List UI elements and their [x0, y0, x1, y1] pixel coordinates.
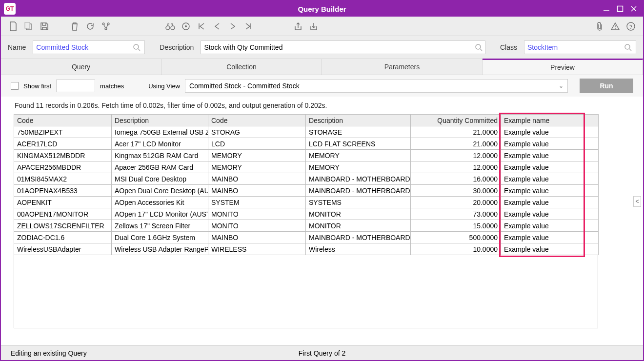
minimize-button[interactable] — [603, 5, 610, 12]
preview-controls: Show first matches Using View Committed … — [1, 75, 643, 97]
tab-preview[interactable]: Preview — [483, 59, 643, 75]
results-table: CodeDescriptionCodeDescriptionQuantity C… — [14, 114, 599, 255]
table-cell: Example value — [501, 232, 584, 243]
view-select[interactable]: Committed Stock - Committed Stock ⌄ — [185, 79, 568, 93]
table-cell: MEMORY — [306, 161, 411, 173]
table-cell: KINGMAX512MBDDR — [14, 150, 112, 161]
column-header[interactable]: Quantity Committed — [411, 115, 501, 126]
header-form: Name Description Class — [1, 36, 643, 59]
table-cell: 10.0000 — [411, 243, 501, 255]
tab-collection[interactable]: Collection — [161, 59, 322, 75]
description-input[interactable] — [201, 41, 473, 54]
table-cell: AOPENKIT — [14, 197, 112, 208]
name-label: Name — [8, 43, 26, 51]
view-select-value: Committed Stock - Committed Stock — [189, 82, 300, 90]
status-bar: Editing an existing Query First Query of… — [1, 345, 643, 360]
table-cell: 750MBZIPEXT — [14, 126, 112, 138]
table-cell: Example value — [501, 126, 584, 138]
maximize-button[interactable] — [617, 5, 624, 12]
svg-point-8 — [105, 28, 107, 30]
table-cell: Example value — [501, 161, 584, 173]
table-cell — [584, 208, 599, 220]
tab-parameters[interactable]: Parameters — [322, 59, 483, 75]
save-icon[interactable] — [39, 21, 50, 32]
search-icon[interactable] — [131, 41, 142, 54]
table-cell: AOpen 17" LCD Monitor (AUST) — [112, 208, 208, 220]
table-cell: STORAG — [208, 126, 306, 138]
chevron-down-icon: ⌄ — [559, 82, 564, 89]
table-blank-area — [14, 255, 598, 328]
main-toolbar — [1, 17, 643, 36]
table-cell — [584, 232, 599, 243]
table-cell: 21.0000 — [411, 138, 501, 150]
table-row[interactable]: ZODIAC-DC1.6Dual Core 1.6GHz SystemMAINB… — [14, 232, 599, 243]
table-row[interactable]: APACER256MBDDRApacer 256GB RAM CardMEMOR… — [14, 161, 599, 173]
table-row[interactable]: 01AOPENAX4B533AOpen Dual Core Desktop (A… — [14, 185, 599, 197]
tab-bar: Query Collection Parameters Preview — [1, 59, 643, 75]
using-view-label: Using View — [148, 82, 180, 90]
table-cell: 21.0000 — [411, 126, 501, 138]
table-cell: MONITOR — [306, 220, 411, 232]
svg-rect-1 — [618, 6, 623, 12]
close-button[interactable] — [630, 5, 637, 12]
table-cell: ZELLOWS17SCRENFILTER — [14, 220, 112, 232]
target-icon[interactable] — [181, 21, 191, 32]
table-cell: Example value — [501, 150, 584, 161]
table-row[interactable]: ACER17LCDAcer 17" LCD MonitorLCDLCD FLAT… — [14, 138, 599, 150]
table-cell — [584, 150, 599, 161]
column-header[interactable]: Code — [14, 115, 112, 126]
branch-icon[interactable] — [101, 21, 111, 32]
class-input[interactable] — [524, 41, 622, 54]
prev-icon[interactable] — [212, 21, 222, 32]
binoculars-icon[interactable] — [165, 21, 176, 32]
show-first-input[interactable] — [56, 80, 95, 92]
export-icon[interactable] — [293, 21, 303, 32]
table-row[interactable]: WirelessUSBAdapterWireless USB Adapter R… — [14, 243, 599, 255]
name-input[interactable] — [33, 41, 131, 54]
table-cell: MAINBOARD - MOTHERBOARD — [306, 173, 411, 185]
svg-point-6 — [102, 23, 104, 25]
table-row[interactable]: AOPENKITAOpen Accessories KitSYSTEMSYSTE… — [14, 197, 599, 208]
show-first-checkbox[interactable] — [11, 82, 19, 90]
last-icon[interactable] — [243, 21, 254, 32]
delete-icon[interactable] — [69, 21, 80, 32]
table-cell: MEMORY — [306, 150, 411, 161]
table-cell: Example value — [501, 138, 584, 150]
copy-icon[interactable] — [23, 21, 34, 32]
table-row[interactable]: 01MSI845MAX2MSI Dual Core DesktopMAINBOM… — [14, 173, 599, 185]
refresh-icon[interactable] — [85, 21, 96, 32]
table-row[interactable]: ZELLOWS17SCRENFILTERZellows 17" Screen F… — [14, 220, 599, 232]
table-cell: MONITO — [208, 208, 306, 220]
table-cell: SYSTEMS — [306, 197, 411, 208]
column-header[interactable]: Code — [208, 115, 306, 126]
svg-rect-5 — [25, 22, 30, 28]
table-cell: Acer 17" LCD Monitor — [112, 138, 208, 150]
tab-query[interactable]: Query — [1, 59, 161, 75]
attachment-icon[interactable] — [594, 21, 605, 32]
title-bar: GT Query Builder — [1, 1, 643, 17]
column-header[interactable]: Description — [112, 115, 208, 126]
table-cell: Wireless — [306, 243, 411, 255]
run-button[interactable]: Run — [580, 79, 633, 93]
search-icon[interactable] — [622, 41, 634, 54]
warning-icon[interactable] — [610, 21, 621, 32]
import-icon[interactable] — [308, 21, 319, 32]
first-icon[interactable] — [196, 21, 207, 32]
svg-point-15 — [627, 22, 635, 30]
next-icon[interactable] — [227, 21, 238, 32]
column-header[interactable]: Example name — [501, 115, 584, 126]
column-header[interactable]: Description — [306, 115, 411, 126]
table-row[interactable]: 750MBZIPEXTIomega 750GB External USB Zip… — [14, 126, 599, 138]
table-cell — [584, 126, 599, 138]
table-cell: 12.0000 — [411, 150, 501, 161]
window-title: Query Builder — [298, 5, 346, 13]
table-cell: ZODIAC-DC1.6 — [14, 232, 112, 243]
table-row[interactable]: 00AOPEN17MONITORAOpen 17" LCD Monitor (A… — [14, 208, 599, 220]
help-icon[interactable] — [625, 21, 636, 32]
collapse-panel-handle[interactable]: < — [633, 196, 641, 207]
column-header[interactable] — [584, 115, 599, 126]
svg-line-18 — [138, 49, 140, 51]
search-icon[interactable] — [473, 41, 485, 54]
table-row[interactable]: KINGMAX512MBDDRKingmax 512GB RAM CardMEM… — [14, 150, 599, 161]
new-icon[interactable] — [8, 21, 19, 32]
